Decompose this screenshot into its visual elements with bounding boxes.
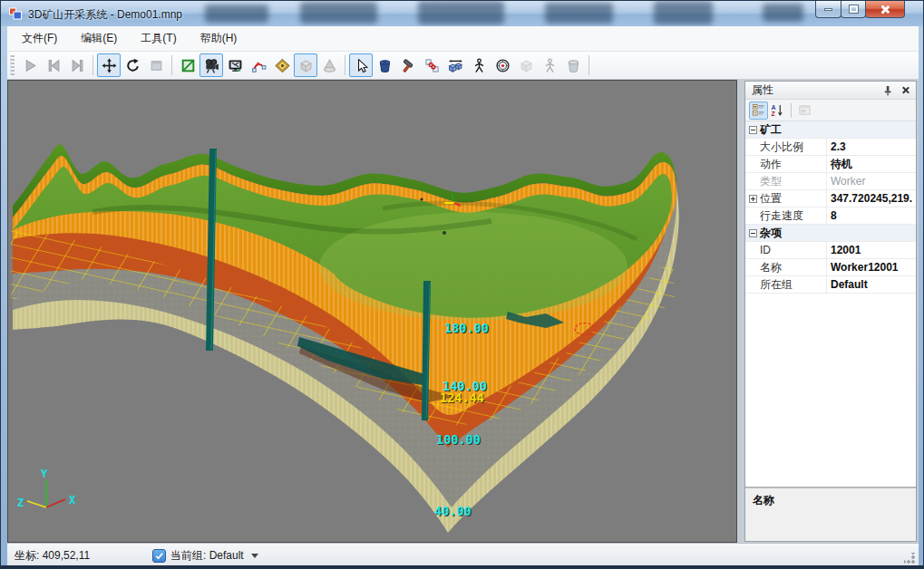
menu-file[interactable]: 文件(F) xyxy=(13,27,66,50)
property-row-id[interactable]: ID 12001 xyxy=(745,242,916,259)
group-checkbox[interactable] xyxy=(152,549,166,563)
expand-icon[interactable] xyxy=(749,195,757,203)
scene-dot-1 xyxy=(420,198,423,200)
category-row-misc[interactable]: 杂项 xyxy=(745,225,916,242)
property-row-action[interactable]: 动作 待机 xyxy=(745,156,916,173)
property-label: 大小比例 xyxy=(760,139,827,155)
elevation-label-180: 180.00 xyxy=(444,321,489,335)
category-label: 杂项 xyxy=(760,226,782,241)
axis-y-label: Y xyxy=(41,468,48,480)
spotlight-button xyxy=(317,53,341,77)
main-toolbar xyxy=(7,52,919,80)
play-button xyxy=(18,53,42,77)
panel-close-icon xyxy=(901,86,909,94)
pin-button[interactable] xyxy=(880,84,895,97)
hammer-button[interactable] xyxy=(396,53,420,77)
property-label: 动作 xyxy=(760,156,827,172)
category-label: 矿工 xyxy=(760,122,782,138)
property-pages-icon xyxy=(798,103,812,117)
bucket-button[interactable] xyxy=(373,53,396,77)
categorized-icon xyxy=(752,103,765,117)
category-row-miner[interactable]: 矿工 xyxy=(745,121,916,139)
property-grid: 矿工 大小比例 2.3 动作 待机 类型 Wo xyxy=(745,121,916,487)
minimize-button[interactable] xyxy=(815,1,841,18)
link-objects-button[interactable] xyxy=(420,53,443,77)
collapse-icon[interactable] xyxy=(749,126,757,134)
property-row-scale[interactable]: 大小比例 2.3 xyxy=(745,139,916,156)
collapse-icon[interactable] xyxy=(749,229,757,237)
title-bar[interactable]: 3D矿山开采系统 - Demo01.mnp xyxy=(1,1,923,26)
grass-highlight xyxy=(319,212,627,321)
property-value[interactable]: 12001 xyxy=(827,244,916,256)
property-value[interactable]: 2.3 xyxy=(827,140,916,153)
wireframe-box-icon xyxy=(180,58,196,73)
categorized-button[interactable] xyxy=(749,101,768,120)
status-bar: 坐标: 409,52,11 当前组: Default xyxy=(7,543,919,567)
wireframe-box-button[interactable] xyxy=(176,53,199,77)
cube2-button xyxy=(514,53,538,77)
axis-x-label: X xyxy=(69,494,76,506)
screen-icon xyxy=(228,58,243,73)
play-icon xyxy=(23,58,38,73)
rotate-button[interactable] xyxy=(121,53,144,77)
app-icon xyxy=(8,6,23,21)
alphabetical-icon: AZ xyxy=(771,103,784,117)
properties-panel-header[interactable]: 属性 xyxy=(745,82,916,100)
pan-icon xyxy=(102,58,117,73)
property-row-type[interactable]: 类型 Worker xyxy=(745,173,916,190)
path-button[interactable] xyxy=(247,53,270,77)
dock-area: 属性 AZ xyxy=(737,80,919,543)
property-value[interactable]: Default xyxy=(827,278,916,291)
select-cursor-button[interactable] xyxy=(349,53,373,77)
worker-button[interactable] xyxy=(467,53,491,77)
screen-button[interactable] xyxy=(223,53,247,77)
move-objects-button[interactable] xyxy=(443,53,467,77)
maximize-button[interactable] xyxy=(841,1,866,18)
pan-button[interactable] xyxy=(97,53,121,77)
view-target-button[interactable] xyxy=(270,53,294,77)
bucket-icon xyxy=(377,58,393,73)
alphabetical-button[interactable]: AZ xyxy=(768,101,787,120)
app-window: 3D矿山开采系统 - Demo01.mnp 文件(F) 编辑(E) 工具(T) … xyxy=(0,0,924,569)
window-title: 3D矿山开采系统 - Demo01.mnp xyxy=(28,7,182,23)
worker2-icon xyxy=(542,58,558,73)
pane-icon xyxy=(149,58,164,73)
property-row-name[interactable]: 名称 Worker12001 xyxy=(745,259,916,276)
current-group-control[interactable]: 当前组: Default xyxy=(152,548,258,564)
coordinates-readout: 坐标: 409,52,11 xyxy=(15,548,90,564)
properties-toolbar: AZ xyxy=(745,100,916,121)
properties-panel: 属性 AZ xyxy=(744,81,917,542)
resize-grip[interactable] xyxy=(904,553,915,564)
bucket2-button xyxy=(561,53,585,77)
rotate-icon xyxy=(125,58,141,73)
close-button[interactable] xyxy=(865,1,905,18)
viewport-3d[interactable]: 180.00 180.00 140.00 140.00 124.44 124.4… xyxy=(7,80,737,543)
property-row-group[interactable]: 所在组 Default xyxy=(745,276,916,294)
wheel-icon xyxy=(495,58,511,73)
svg-text:Z: Z xyxy=(771,111,775,117)
menu-help[interactable]: 帮助(H) xyxy=(191,27,247,50)
property-value[interactable]: Worker12001 xyxy=(827,261,916,274)
menu-tools[interactable]: 工具(T) xyxy=(131,27,185,50)
wheel-button[interactable] xyxy=(491,53,514,77)
property-row-speed[interactable]: 行走速度 8 xyxy=(745,207,916,225)
link-objects-icon xyxy=(424,58,440,73)
property-row-position[interactable]: 位置 347.720245,219. xyxy=(745,190,916,207)
view-target-icon xyxy=(275,58,290,73)
panel-close-button[interactable] xyxy=(898,84,912,97)
property-value[interactable]: 347.720245,219. xyxy=(827,192,916,205)
minimize-icon xyxy=(824,8,832,11)
property-label: 名称 xyxy=(760,259,827,275)
toolbar-grip[interactable] xyxy=(10,55,15,75)
dropdown-caret-icon[interactable] xyxy=(251,554,258,558)
property-pages-button xyxy=(795,101,814,120)
step-forward-button xyxy=(65,53,89,77)
camera-button[interactable] xyxy=(199,53,223,77)
property-value[interactable]: 8 xyxy=(827,209,916,222)
worker2-button xyxy=(538,53,561,77)
property-value[interactable]: 待机 xyxy=(827,157,916,172)
description-title: 名称 xyxy=(753,494,774,506)
menu-edit[interactable]: 编辑(E) xyxy=(72,27,126,50)
property-label: 位置 xyxy=(760,190,827,207)
bucket2-icon xyxy=(566,58,581,73)
